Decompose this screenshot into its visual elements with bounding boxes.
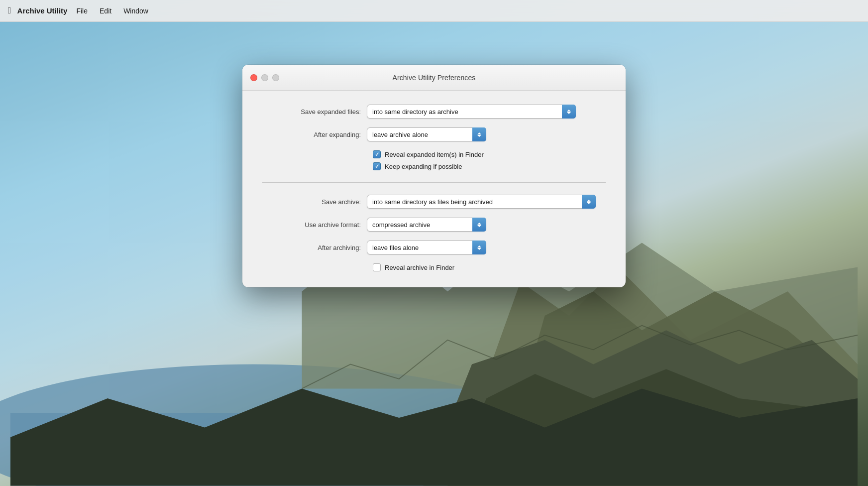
expanding-section: Save expanded files: into same directory… <box>262 105 606 183</box>
menu-edit[interactable]: Edit <box>95 5 116 17</box>
archive-format-select[interactable]: compressed archive <box>367 218 486 232</box>
after-archiving-select-wrapper: leave files alone <box>367 241 486 254</box>
menu-file[interactable]: File <box>71 5 93 17</box>
save-archive-row: Save archive: into same directory as fil… <box>262 195 606 209</box>
keep-expanding-checkbox[interactable] <box>373 162 381 170</box>
after-archiving-row: After archiving: leave files alone <box>262 241 606 254</box>
reveal-expanded-label: Reveal expanded item(s) in Finder <box>385 151 484 158</box>
after-expanding-row: After expanding: leave archive alone <box>262 127 606 141</box>
traffic-lights <box>250 74 279 81</box>
save-expanded-label: Save expanded files: <box>262 108 367 116</box>
minimize-button[interactable] <box>261 74 268 81</box>
after-archiving-select[interactable]: leave files alone <box>367 241 486 254</box>
reveal-archive-row: Reveal archive in Finder <box>373 263 606 271</box>
reveal-expanded-checkbox[interactable] <box>373 150 381 158</box>
save-expanded-row: Save expanded files: into same directory… <box>262 105 606 119</box>
save-expanded-select-wrapper: into same directory as archive <box>367 105 576 119</box>
keep-expanding-row: Keep expanding if possible <box>373 162 606 170</box>
archive-format-label: Use archive format: <box>262 221 367 229</box>
save-expanded-select[interactable]: into same directory as archive <box>367 105 576 119</box>
reveal-archive-checkbox[interactable] <box>373 263 381 271</box>
preferences-content: Save expanded files: into same directory… <box>242 91 626 287</box>
maximize-button[interactable] <box>272 74 279 81</box>
save-archive-select-wrapper: into same directory as files being archi… <box>367 195 596 209</box>
window-title: Archive Utility Preferences <box>393 74 476 82</box>
after-archiving-label: After archiving: <box>262 244 367 251</box>
title-bar: Archive Utility Preferences <box>242 65 626 91</box>
keep-expanding-label: Keep expanding if possible <box>385 163 462 170</box>
reveal-archive-label: Reveal archive in Finder <box>385 264 454 271</box>
close-button[interactable] <box>250 74 257 81</box>
preferences-dialog: Archive Utility Preferences Save expande… <box>242 65 626 287</box>
reveal-expanded-row: Reveal expanded item(s) in Finder <box>373 150 606 158</box>
save-archive-select[interactable]: into same directory as files being archi… <box>367 195 596 209</box>
after-expanding-select[interactable]: leave archive alone <box>367 127 486 141</box>
after-expanding-select-wrapper: leave archive alone <box>367 127 486 141</box>
archive-format-row: Use archive format: compressed archive <box>262 218 606 232</box>
menubar:  Archive Utility File Edit Window <box>0 0 868 22</box>
apple-menu-icon[interactable]:  <box>8 5 11 16</box>
archive-format-select-wrapper: compressed archive <box>367 218 486 232</box>
archiving-section: Save archive: into same directory as fil… <box>262 195 606 271</box>
menu-window[interactable]: Window <box>118 5 153 17</box>
save-archive-label: Save archive: <box>262 198 367 206</box>
app-name: Archive Utility <box>17 6 68 15</box>
after-expanding-label: After expanding: <box>262 131 367 138</box>
